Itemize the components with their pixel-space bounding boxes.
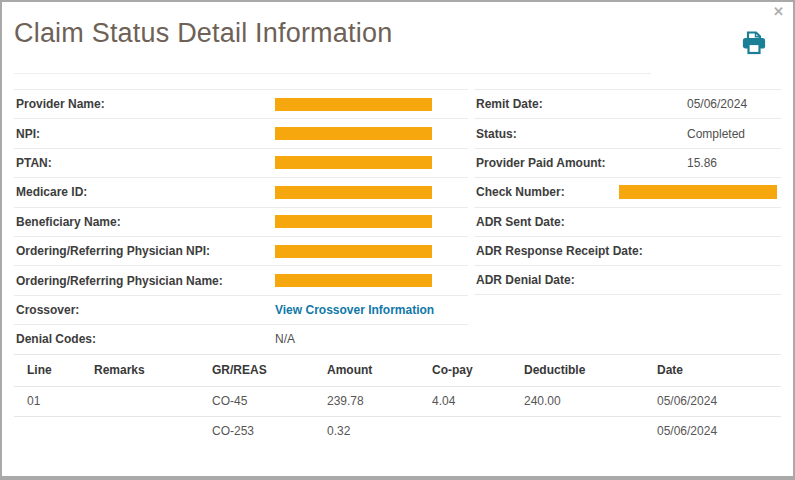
redacted-value-bar — [619, 185, 777, 199]
redacted-value-bar — [275, 186, 432, 199]
column-header-gr-reas: GR/REAS — [212, 363, 327, 377]
field-remit-date: Remit Date: 05/06/2024 — [474, 89, 781, 118]
cell-date: 05/06/2024 — [657, 394, 781, 408]
field-label: Provider Paid Amount: — [476, 156, 687, 170]
cell-co-pay: 4.04 — [432, 394, 524, 408]
field-adr-sent-date: ADR Sent Date: — [474, 207, 781, 236]
table-row: CO-253 0.32 05/06/2024 — [14, 416, 781, 446]
field-label: Denial Codes: — [16, 332, 275, 346]
field-label: NPI: — [16, 127, 275, 141]
right-field-column: Remit Date: 05/06/2024 Status: Completed… — [474, 89, 781, 295]
field-label: Remit Date: — [476, 97, 687, 111]
cell-date: 05/06/2024 — [657, 424, 781, 438]
field-check-number: Check Number: — [474, 177, 781, 206]
column-header-date: Date — [657, 363, 781, 377]
cell-gr-reas: CO-253 — [212, 424, 327, 438]
redacted-value-bar — [275, 98, 432, 111]
dialog-header: Claim Status Detail Information — [2, 2, 793, 74]
field-value: N/A — [275, 332, 295, 346]
redacted-value-bar — [275, 215, 432, 228]
field-ordering-referring-physician-name: Ordering/Referring Physician Name: — [14, 265, 468, 294]
field-label: Provider Name: — [16, 97, 275, 111]
field-medicare-id: Medicare ID: — [14, 177, 468, 206]
field-label: Check Number: — [476, 185, 619, 199]
cell-line: 01 — [14, 394, 94, 408]
cell-amount: 239.78 — [327, 394, 432, 408]
field-npi: NPI: — [14, 118, 468, 147]
cell-amount: 0.32 — [327, 424, 432, 438]
field-adr-denial-date: ADR Denial Date: — [474, 265, 781, 294]
column-header-line: Line — [14, 363, 94, 377]
field-label: ADR Response Receipt Date: — [476, 244, 687, 258]
column-header-deductible: Deductible — [524, 363, 657, 377]
left-field-column: Provider Name: NPI: PTAN: Medicare ID: B… — [14, 89, 468, 354]
table-row: 01 CO-45 239.78 4.04 240.00 05/06/2024 — [14, 386, 781, 416]
field-provider-name: Provider Name: — [14, 89, 468, 118]
print-button[interactable] — [742, 30, 766, 56]
column-header-remarks: Remarks — [94, 363, 212, 377]
column-header-co-pay: Co-pay — [432, 363, 524, 377]
field-label: Crossover: — [16, 303, 275, 317]
field-adr-response-receipt-date: ADR Response Receipt Date: — [474, 236, 781, 265]
claim-detail-fields: Provider Name: NPI: PTAN: Medicare ID: B… — [14, 89, 781, 354]
view-crossover-information-link[interactable]: View Crossover Information — [275, 303, 434, 317]
field-label: PTAN: — [16, 156, 275, 170]
field-label: Ordering/Referring Physician Name: — [16, 274, 275, 288]
cell-deductible: 240.00 — [524, 394, 657, 408]
page-title: Claim Status Detail Information — [14, 18, 392, 49]
field-label: Medicare ID: — [16, 185, 275, 199]
field-provider-paid-amount: Provider Paid Amount: 15.86 — [474, 148, 781, 177]
claim-lines-table: Line Remarks GR/REAS Amount Co-pay Deduc… — [14, 354, 781, 446]
field-value: 15.86 — [687, 156, 717, 170]
field-label: Beneficiary Name: — [16, 215, 275, 229]
field-label: ADR Sent Date: — [476, 215, 687, 229]
redacted-value-bar — [275, 245, 432, 258]
printer-icon — [742, 44, 766, 59]
redacted-value-bar — [275, 127, 432, 140]
claim-status-detail-dialog: ✕ Claim Status Detail Information Provid… — [0, 0, 795, 480]
column-header-amount: Amount — [327, 363, 432, 377]
cell-gr-reas: CO-45 — [212, 394, 327, 408]
field-crossover: Crossover: View Crossover Information — [14, 295, 468, 324]
redacted-value-bar — [275, 274, 432, 287]
field-value: Completed — [687, 127, 745, 141]
field-value: 05/06/2024 — [687, 97, 747, 111]
field-label: ADR Denial Date: — [476, 273, 687, 287]
field-label: Ordering/Referring Physician NPI: — [16, 244, 275, 258]
table-header-row: Line Remarks GR/REAS Amount Co-pay Deduc… — [14, 354, 781, 386]
field-label: Status: — [476, 127, 687, 141]
field-ordering-referring-physician-npi: Ordering/Referring Physician NPI: — [14, 236, 468, 265]
header-divider — [14, 73, 651, 74]
field-status: Status: Completed — [474, 118, 781, 147]
field-denial-codes: Denial Codes: N/A — [14, 324, 468, 353]
field-beneficiary-name: Beneficiary Name: — [14, 207, 468, 236]
redacted-value-bar — [275, 156, 432, 169]
field-ptan: PTAN: — [14, 148, 468, 177]
